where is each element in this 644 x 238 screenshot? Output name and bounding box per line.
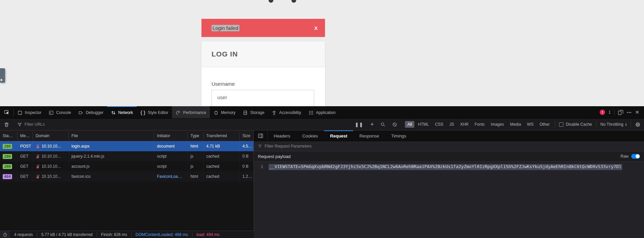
filter-request-parameters-box[interactable] (254, 141, 644, 151)
col-type[interactable]: Type (188, 132, 203, 139)
size-cell: 0 B (240, 161, 254, 171)
more-options-icon[interactable]: ••• (627, 110, 632, 114)
table-row-jquery[interactable]: 200 GET 10.10.10… jquery-2.1.4.min.js sc… (0, 151, 254, 161)
toolbar-right: Disable Cache No Throttling ▴▾ (555, 119, 644, 130)
disable-cache-checkbox[interactable] (559, 122, 563, 127)
load-time: load: 494 ms (192, 232, 224, 237)
new-request-icon[interactable]: + (370, 121, 374, 128)
col-initiator[interactable]: Initiator (154, 132, 188, 139)
close-devtools-icon[interactable]: ✕ (635, 109, 639, 115)
request-payload-header: Request payload Raw (254, 151, 644, 162)
debugger-icon (78, 110, 83, 115)
col-domain[interactable]: Domain (33, 132, 69, 139)
stopwatch-icon (3, 232, 7, 237)
size-cell: 1.2… (240, 171, 254, 182)
tab-label: Performance (183, 110, 206, 115)
tab-console[interactable]: Console (45, 106, 75, 118)
filter-images[interactable]: Images (489, 121, 506, 128)
tabbar-right-controls: ! 1 ••• ✕ (600, 106, 644, 118)
col-status[interactable]: Sta… (0, 132, 17, 139)
responsive-design-mode-icon[interactable] (618, 110, 624, 115)
style-editor-icon: { } (140, 110, 145, 115)
username-label: Username (212, 81, 235, 87)
block-icon[interactable] (392, 122, 397, 127)
detail-tabs: Headers Cookies Request Response Timings (254, 130, 644, 141)
tab-label: Console (56, 110, 71, 115)
error-badge-icon[interactable]: ! (600, 110, 605, 115)
file-cell: jquery-2.1.4.min.js (69, 151, 154, 161)
tab-memory[interactable]: Memory (210, 106, 239, 118)
tab-accessibility[interactable]: Accessibility (268, 106, 305, 118)
throttling-select[interactable]: No Throttling ▴▾ (596, 122, 631, 127)
alert-close-button[interactable]: X (314, 25, 318, 31)
login-title: LOG IN (212, 50, 238, 58)
method-cell: GET (17, 161, 33, 171)
pick-element-button[interactable] (0, 106, 13, 118)
filter-all[interactable]: All (405, 121, 414, 128)
tab-request[interactable]: Request (324, 130, 353, 141)
split-panel-toggle-button[interactable] (254, 130, 268, 141)
filter-html[interactable]: HTML (416, 121, 431, 128)
viewstate-payload: __VIEWSTATE=5PmGqXvpbRNd2gFJ3Yjhz3x5CJ%2… (269, 164, 622, 170)
tab-cookies[interactable]: Cookies (296, 130, 324, 141)
username-input[interactable] (212, 90, 314, 106)
filter-request-parameters-input[interactable] (265, 144, 365, 149)
filter-urls-box[interactable] (13, 122, 350, 127)
select-arrows-icon: ▴▾ (625, 123, 627, 126)
filter-fonts[interactable]: Fonts (472, 121, 487, 128)
tab-network[interactable]: Network (107, 106, 137, 118)
filter-css[interactable]: CSS (432, 121, 446, 128)
clear-requests-icon[interactable] (4, 122, 9, 127)
table-row-login[interactable]: 200 POST 10.10.10… login.aspx document h… (0, 141, 254, 151)
tab-headers[interactable]: Headers (268, 130, 296, 141)
network-status-bar: 4 requests 5.77 kB / 4.71 kB transferred… (0, 231, 254, 238)
search-icon[interactable] (380, 122, 385, 127)
request-rows: 200 POST 10.10.10… login.aspx document h… (0, 141, 254, 231)
col-file[interactable]: File (69, 132, 154, 139)
filter-other[interactable]: Other (537, 121, 552, 128)
storage-icon (243, 110, 248, 115)
initiator-cell: script (154, 151, 188, 161)
filter-media[interactable]: Media (508, 121, 523, 128)
tab-application[interactable]: Application (305, 106, 339, 118)
tab-label: Debugger (86, 110, 103, 115)
filter-xhr[interactable]: XHR (458, 121, 471, 128)
col-method[interactable]: Me… (17, 132, 33, 139)
filter-js[interactable]: JS (447, 121, 456, 128)
tab-debugger[interactable]: Debugger (75, 106, 107, 118)
initiator-link[interactable]: FaviconLoa… (157, 174, 182, 179)
col-transferred[interactable]: Transferred (203, 132, 240, 139)
tab-response[interactable]: Response (353, 130, 385, 141)
login-card: LOG IN Username (201, 41, 325, 106)
floating-widget[interactable] (0, 68, 5, 83)
filter-urls-input[interactable] (25, 122, 125, 127)
panel-play-icon (258, 133, 263, 138)
filter-ws[interactable]: WS (525, 121, 536, 128)
tab-inspector[interactable]: Inspector (14, 106, 45, 118)
login-failed-alert: Login failed X (201, 19, 325, 37)
requests-count: 4 requests (10, 232, 37, 237)
tab-storage[interactable]: Storage (239, 106, 268, 118)
clipped-heading-descender (291, 0, 296, 3)
disable-cache-control[interactable]: Disable Cache (555, 122, 596, 127)
table-row-favicon[interactable]: 404 GET 10.10.10… favicon.ico FaviconLoa… (0, 171, 254, 182)
transferred-cell: 4.71 kB (203, 141, 240, 151)
method-cell: GET (17, 171, 33, 182)
status-badge: 200 (3, 154, 12, 159)
tab-style-editor[interactable]: { } Style Editor (137, 106, 172, 118)
pause-icon[interactable]: ❚❚ (355, 122, 364, 127)
tab-timings[interactable]: Timings (385, 130, 412, 141)
settings-gear-icon[interactable] (635, 122, 641, 127)
type-cell: js (188, 161, 203, 171)
domain-cell: 10.10.10… (42, 174, 61, 179)
insecure-lock-icon (36, 174, 40, 179)
table-row-account[interactable]: 200 GET 10.10.10… account.js script js c… (0, 161, 254, 171)
tab-label: Network (118, 110, 133, 115)
tab-performance[interactable]: Performance (172, 106, 210, 118)
col-size[interactable]: Size (240, 132, 254, 139)
file-cell: account.js (69, 161, 154, 171)
file-cell: favicon.ico (69, 171, 154, 182)
status-badge: 404 (3, 174, 12, 179)
performance-analysis-button[interactable] (0, 231, 10, 238)
raw-toggle[interactable] (631, 154, 640, 159)
